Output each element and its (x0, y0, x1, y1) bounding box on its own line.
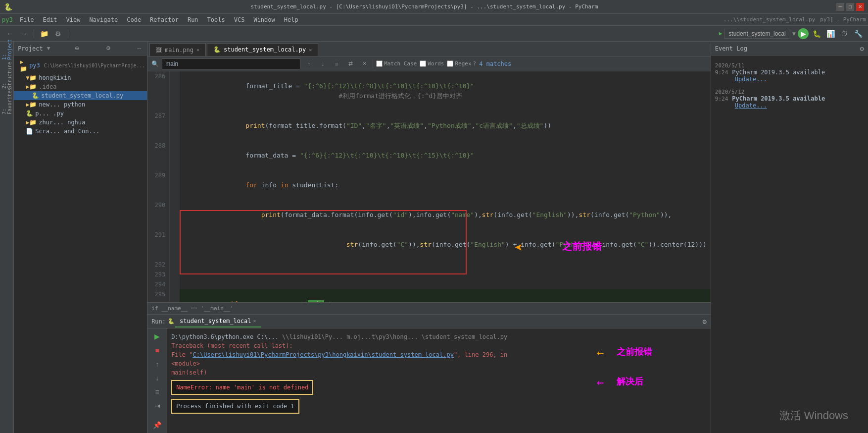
menu-view[interactable]: View (62, 15, 85, 24)
tree-item-py[interactable]: 🐍 p... .py (14, 109, 147, 118)
settings-button[interactable]: ⚙ (52, 28, 64, 40)
profile-button[interactable]: ⏱ (838, 28, 850, 40)
menu-edit[interactable]: Edit (39, 15, 61, 24)
menu-vcs[interactable]: VCS (230, 15, 249, 24)
code-lines: 286 format_title = "{:^6}{:^12}\t{:^8}\t… (147, 71, 711, 302)
search-replace-button[interactable]: ⇄ (345, 58, 356, 69)
tab-close-png[interactable]: ✕ (196, 47, 199, 53)
code-editor[interactable]: 286 format_title = "{:^6}{:^12}\t{:^8}\t… (147, 71, 711, 302)
search-next-button[interactable]: ↓ (317, 58, 328, 69)
dropdown-arrow-icon[interactable]: ▼ (792, 30, 796, 37)
search-prev-button[interactable]: ↑ (303, 58, 314, 69)
code-line-288: 288 format_data = "{:^6}{:^12}\t{:^10}\t… (147, 141, 711, 170)
event-link-1[interactable]: Update... (735, 76, 767, 83)
tree-item-idea[interactable]: ▶📁 .idea (14, 82, 147, 91)
tree-item-new-python[interactable]: ▶📁 new... python (14, 100, 147, 109)
status-bar: if __name__ == '__main__' (147, 302, 711, 314)
line-content-288: format_data = "{:^6}{:^12}\t{:^10}\t{:^1… (180, 141, 711, 170)
regex-option[interactable]: Regex ? (447, 60, 476, 67)
editor-area: 🖼 main.png ✕ 🐍 student_system_local.py ✕… (147, 42, 711, 433)
traceback-text: Traceback (most recent call last): (171, 342, 293, 349)
tree-item-hongkixin[interactable]: ▼📁 hongkixin (14, 73, 147, 82)
panel-add-button[interactable]: ⊕ (73, 45, 81, 53)
file-link[interactable]: C:\Users\lishuyi01\PycharmProjects\py3\h… (193, 351, 453, 358)
run-sidebar: ▶ ■ ↑ ↓ ≡ ⇥ 📌 (147, 328, 167, 433)
menu-navigate[interactable]: Navigate (85, 15, 122, 24)
menu-file[interactable]: File (16, 15, 38, 24)
menu-run[interactable]: Run (184, 15, 202, 24)
annotation-after: 解决后 (617, 376, 643, 387)
tree-item-py3[interactable]: ▶📁 py3 C:\Users\lishuyi01\PycharmProje..… (14, 57, 147, 73)
match-case-checkbox[interactable] (376, 60, 383, 67)
module-text: <module> (171, 360, 200, 367)
project-icon[interactable]: 1: Project (1, 44, 13, 55)
menu-refactor[interactable]: Refactor (146, 15, 183, 24)
run-tab-main[interactable]: student_system_local ✕ (175, 316, 261, 327)
close-button[interactable]: ✕ (856, 3, 864, 11)
run-pin-button[interactable]: 📌 (151, 419, 163, 431)
code-line-287: 287 print(format_title.format("ID","名字",… (147, 111, 711, 141)
event-row-2: 9:24 PyCharm 2019.3.5 available (715, 95, 864, 102)
words-option[interactable]: Words (420, 60, 444, 67)
panel-settings-button[interactable]: ⚙ (104, 45, 112, 53)
regex-checkbox[interactable] (447, 60, 453, 67)
run-wrap-button[interactable]: ⇥ (151, 400, 163, 412)
run-settings-button[interactable]: ⚙ (702, 318, 706, 325)
run-button[interactable]: ▶ (798, 28, 809, 39)
arrow-before: ← (597, 346, 604, 360)
tree-item-student-local[interactable]: 🐍 student_system_local.py (14, 91, 147, 100)
run-config-area: ▶ student_system_local ▼ ▶ 🐛 📊 ⏱ 🔧 (719, 28, 864, 40)
line-content-289: for info in studentList: (180, 170, 711, 200)
maximize-button[interactable]: □ (846, 3, 854, 11)
run-output-nameerror: NameError: name 'main' is not defined (171, 379, 608, 396)
structure-icon[interactable]: 2: Structure (1, 69, 13, 81)
panel-minimize-button[interactable]: ─ (135, 45, 143, 53)
run-down-button[interactable]: ↓ (151, 372, 163, 384)
pycharm-icon: py3 (2, 16, 13, 23)
tree-label: py3 (29, 62, 40, 69)
folder-icon: ▶📁 (20, 58, 27, 72)
gutter-290 (170, 200, 180, 230)
forward-button[interactable]: → (18, 28, 30, 40)
match-case-option[interactable]: Match Case (376, 60, 417, 67)
menu-window[interactable]: Window (249, 15, 279, 24)
debug-button[interactable]: 🐛 (811, 28, 822, 40)
regex-help-icon[interactable]: ? (473, 60, 477, 67)
find-in-file-button[interactable]: ≡ (331, 58, 342, 69)
back-button[interactable]: ← (4, 28, 16, 40)
run-tab-close[interactable]: ✕ (253, 318, 256, 324)
code-line-293: 293 (147, 270, 711, 279)
tab-close-py[interactable]: ✕ (309, 47, 312, 53)
tab-main-png[interactable]: 🖼 main.png ✕ (149, 43, 206, 56)
favorites-icon[interactable]: 7: Favorites (1, 95, 13, 107)
process-text: Process finished with exit code 1 (176, 403, 294, 410)
run-up-button[interactable]: ↑ (151, 358, 163, 370)
code-line-295: 295 ▶ if __name__ == ' main ': (147, 289, 711, 302)
run-path-text: \\lishuyi01\Py... m.oj...t\py3\hong... \… (282, 333, 507, 340)
tree-item-scra[interactable]: 📄 Scra... and Con... (14, 127, 147, 136)
coverage-button[interactable]: 📊 (824, 28, 836, 40)
run-config-selector[interactable]: student_system_local (724, 29, 790, 39)
event-link-row-2: Update... (715, 102, 864, 109)
menu-help[interactable]: Help (280, 15, 302, 24)
gutter-292 (170, 260, 180, 270)
menu-tools[interactable]: Tools (203, 15, 229, 24)
search-input[interactable] (162, 58, 300, 69)
run-list-button[interactable]: ≡ (151, 386, 163, 398)
run-play-button[interactable]: ▶ (151, 330, 163, 342)
event-link-2[interactable]: Update... (735, 102, 767, 109)
menu-code[interactable]: Code (123, 15, 145, 24)
concurrency-button[interactable]: 🔧 (852, 28, 864, 40)
tree-item-zhur[interactable]: ▶📁 zhur... nghua (14, 118, 147, 127)
code-line-294: 294 (147, 279, 711, 289)
highlight-main: main (308, 300, 324, 302)
tab-student-local[interactable]: 🐍 student_system_local.py ✕ (207, 43, 318, 56)
event-log-settings-button[interactable]: ⚙ (860, 45, 864, 53)
file-manager-button[interactable]: 📁 (38, 28, 50, 40)
event-date-1: 2020/5/11 (715, 62, 864, 69)
minimize-button[interactable]: ─ (836, 3, 844, 11)
run-stop-button[interactable]: ■ (151, 344, 163, 356)
words-checkbox[interactable] (420, 60, 426, 67)
line-content-290: print(format_data.format(info.get("id"),… (180, 200, 711, 230)
search-clear-button[interactable]: ✕ (359, 58, 370, 69)
